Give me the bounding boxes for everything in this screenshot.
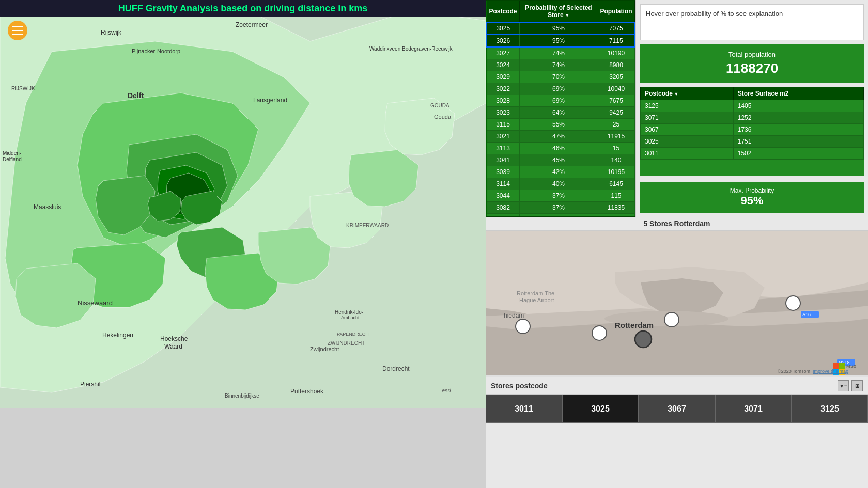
table-row[interactable]: 3024 74% 8980 (487, 59, 634, 71)
svg-text:ZWIJNDRECHT: ZWIJNDRECHT (328, 340, 365, 346)
table-row[interactable]: 3023 64% 9425 (487, 107, 634, 119)
max-probability-label: Max. Probability (645, 187, 859, 194)
mini-map-container[interactable]: Rotterdam The Hague Airport hiedam Rotte… (486, 231, 868, 375)
svg-text:Zwijndrecht: Zwijndrecht (310, 346, 339, 352)
svg-text:Waddinxveen Bodegraven-Reeuwij: Waddinxveen Bodegraven-Reeuwijk (369, 46, 453, 52)
map-area[interactable]: HUFF Gravity Analysis based on driving d… (0, 0, 486, 408)
population-cell: 6145 (598, 178, 634, 190)
svg-text:Gouda: Gouda (434, 114, 452, 120)
stores-postcode-title-bar: Stores postcode ▼≡ ⊞ (486, 377, 868, 395)
population-cell: 15 (598, 143, 634, 154)
postcode-button[interactable]: 3125 (792, 395, 868, 423)
postcode-cell: 3114 (487, 178, 519, 190)
table-row[interactable]: 3022 69% 10040 (487, 83, 634, 95)
postcode-cell: 3027 (487, 47, 519, 59)
store-surface-row: 3025 1751 (641, 136, 864, 148)
stores-postcode-bar: Stores postcode ▼≡ ⊞ 3011302530673071312… (486, 377, 868, 426)
max-probability-value: 95% (645, 194, 859, 208)
svg-text:Zoetermeer: Zoetermeer (236, 21, 268, 28)
probability-cell: 69% (519, 95, 598, 107)
svg-text:©2020 TomTom: ©2020 TomTom (778, 369, 810, 374)
table-row[interactable]: 3113 46% 15 (487, 143, 634, 154)
svg-text:Maassluis: Maassluis (34, 203, 61, 211)
postcode-cell: 3044 (487, 190, 519, 202)
total-population-label: Total population (646, 51, 858, 58)
store-postcode-header: Postcode (641, 87, 734, 100)
table-row[interactable]: 3026 95% 7115 (487, 35, 634, 47)
info-panel: Hover over probability of % to see expla… (636, 0, 868, 217)
store-surface-cell: 1502 (733, 148, 863, 160)
population-header[interactable]: Population (598, 1, 634, 23)
postcode-cell: 3025 (487, 22, 519, 35)
probability-cell: 37% (519, 202, 598, 214)
table-row[interactable]: 3041 45% 140 (487, 154, 634, 166)
svg-text:Hague Airport: Hague Airport (519, 297, 554, 303)
store-surface-row: 3011 1502 (641, 148, 864, 160)
table-row[interactable]: 3044 37% 115 (487, 190, 634, 202)
svg-text:PAPENDRECHT: PAPENDRECHT (337, 332, 372, 337)
table-row[interactable]: 3025 95% 7075 (487, 22, 634, 35)
population-cell: 7115 (598, 35, 634, 47)
probability-cell: 74% (519, 59, 598, 71)
postcode-button[interactable]: 3067 (639, 395, 715, 423)
table-scroll-container[interactable]: Postcode Probability of Selected Store P… (486, 1, 635, 216)
table-row[interactable]: 3082 37% 11835 (487, 202, 634, 214)
table-row[interactable]: 3027 74% 10190 (487, 47, 634, 59)
svg-text:Nissewaard: Nissewaard (78, 299, 113, 307)
population-cell: 140 (598, 154, 634, 166)
population-cell: 7075 (598, 22, 634, 35)
postcode-cell: 3039 (487, 166, 519, 178)
map-svg[interactable]: DEN HAAG Zoetermeer Rijswijk Waddinxveen… (0, 0, 486, 408)
table-row[interactable]: 3114 40% 6145 (487, 178, 634, 190)
stores-filter-button[interactable]: ▼≡ (838, 380, 849, 391)
svg-text:Rotterdam The: Rotterdam The (517, 290, 554, 296)
total-population-box: Total population 1188270 (640, 44, 864, 83)
table-row[interactable]: 3115 55% 25 (487, 119, 634, 131)
store-postcode-cell: 3071 (641, 112, 734, 124)
svg-text:Piershil: Piershil (80, 381, 100, 388)
max-probability-box: Max. Probability 95% (640, 182, 864, 213)
population-cell: 10040 (598, 83, 634, 95)
store-dot-5[interactable] (786, 296, 800, 310)
probability-cell: 74% (519, 47, 598, 59)
store-dot-3[interactable] (664, 312, 679, 327)
table-row[interactable]: 3086 36% 12380 (487, 214, 634, 217)
mini-map-title: 5 Stores Rotterdam (486, 217, 868, 231)
svg-text:Delfland: Delfland (3, 156, 22, 162)
postcode-button[interactable]: 3071 (715, 395, 792, 423)
menu-button[interactable] (8, 21, 27, 40)
probability-cell: 70% (519, 71, 598, 83)
postcode-header[interactable]: Postcode (487, 1, 519, 23)
table-row[interactable]: 3028 69% 7675 (487, 95, 634, 107)
postcode-cell: 3022 (487, 83, 519, 95)
probability-table: Postcode Probability of Selected Store P… (486, 1, 635, 216)
postcode-cell: 3029 (487, 71, 519, 83)
svg-text:Dordrecht: Dordrecht (382, 365, 410, 372)
data-table-section[interactable]: Postcode Probability of Selected Store P… (486, 0, 636, 217)
probability-cell: 47% (519, 131, 598, 143)
hamburger-line-1 (12, 26, 23, 27)
svg-text:Ambacht: Ambacht (341, 315, 360, 320)
postcode-cell: 3023 (487, 107, 519, 119)
svg-text:Waard: Waard (164, 343, 182, 350)
probability-header[interactable]: Probability of Selected Store (519, 1, 598, 23)
store-surface-row: 3125 1405 (641, 100, 864, 112)
svg-text:M: M (846, 364, 850, 369)
store-surface-table: Postcode Store Surface m2 3125 1405 3071… (640, 87, 864, 160)
store-dot-selected[interactable] (635, 331, 652, 348)
svg-text:Binnenbijdijkse: Binnenbijdijkse (225, 393, 259, 399)
postcode-button[interactable]: 3025 (562, 395, 639, 423)
stores-grid-button[interactable]: ⊞ (851, 380, 863, 391)
table-row[interactable]: 3029 70% 3205 (487, 71, 634, 83)
store-postcode-cell: 3011 (641, 148, 734, 160)
probability-cell: 69% (519, 83, 598, 95)
population-cell: 11835 (598, 202, 634, 214)
postcode-button-group: 30113025306730713125 (486, 395, 868, 423)
store-dot-2[interactable] (592, 326, 607, 340)
store-surface-cell: 1252 (733, 112, 863, 124)
postcode-button[interactable]: 3011 (486, 395, 562, 423)
table-row[interactable]: 3021 47% 11915 (487, 131, 634, 143)
store-dot-1[interactable] (516, 319, 530, 334)
table-row[interactable]: 3039 42% 10195 (487, 166, 634, 178)
store-surface-cell: 1405 (733, 100, 863, 112)
